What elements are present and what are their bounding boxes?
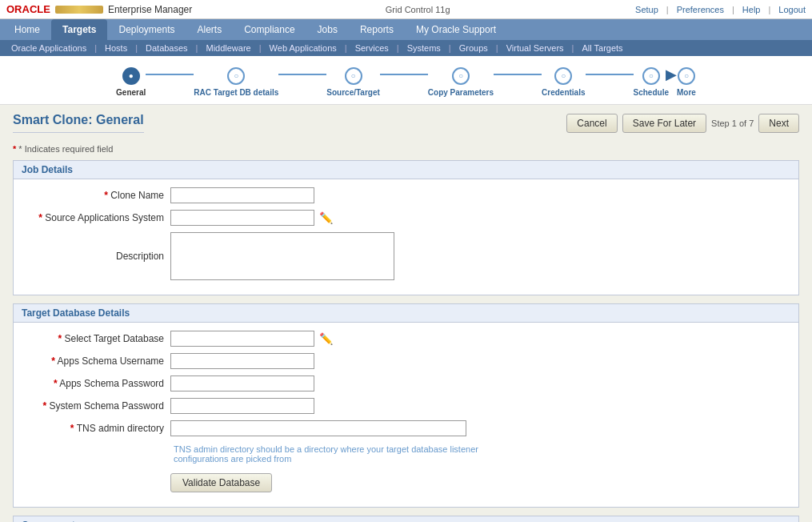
- job-details-title: Job Details: [14, 161, 798, 179]
- subnav-systems[interactable]: Systems: [399, 40, 449, 56]
- wizard-step-source: ○ Source/Target: [326, 67, 380, 97]
- main-nav: Home Targets Deployments Alerts Complian…: [0, 19, 812, 40]
- wizard-step-general: ● General: [116, 67, 146, 97]
- top-links: Setup | Preferences | Help | Logout: [635, 5, 806, 14]
- enterprise-manager-text: Enterprise Manager: [108, 4, 192, 15]
- nav-reports[interactable]: Reports: [349, 19, 405, 40]
- components-section: Components The following components of t…: [13, 516, 799, 522]
- subnav-all-targets[interactable]: All Targets: [574, 40, 630, 56]
- wizard-connector-3: [380, 74, 428, 75]
- subnav-services[interactable]: Services: [347, 40, 397, 56]
- wizard-label-source: Source/Target: [326, 88, 380, 97]
- tns-admin-input[interactable]: [170, 420, 466, 436]
- select-target-pencil-icon[interactable]: ✏️: [319, 332, 333, 345]
- wizard-label-copy: Copy Parameters: [428, 88, 494, 97]
- wizard-label-general: General: [116, 88, 146, 97]
- nav-my-oracle-support[interactable]: My Oracle Support: [405, 19, 507, 40]
- subnav-databases[interactable]: Databases: [138, 40, 196, 56]
- job-details-body: * Clone Name * Source Applications Syste…: [14, 179, 798, 295]
- help-link[interactable]: Help: [742, 5, 761, 14]
- oracle-bar: [55, 6, 103, 14]
- setup-link[interactable]: Setup: [635, 5, 658, 14]
- select-target-row: * Select Target Database ✏️: [26, 331, 786, 347]
- wizard-label-rac: RAC Target DB details: [194, 88, 278, 97]
- wizard-circle-general: ●: [122, 67, 140, 85]
- nav-home[interactable]: Home: [3, 19, 51, 40]
- system-schema-password-label: * System Schema Password: [26, 400, 170, 412]
- wizard-label-schedule: Schedule: [634, 88, 669, 97]
- apps-schema-password-label: * Apps Schema Password: [26, 378, 170, 389]
- wizard-step-copy: ○ Copy Parameters: [428, 67, 494, 97]
- subnav-hosts[interactable]: Hosts: [97, 40, 135, 56]
- top-header: ORACLE Enterprise Manager Grid Control 1…: [0, 0, 812, 19]
- job-details-section: Job Details * Clone Name * Source Applic…: [13, 160, 799, 295]
- system-schema-password-input[interactable]: [170, 398, 314, 414]
- tns-admin-label: * TNS admin directory: [26, 423, 170, 434]
- wizard-bar: ● General ○ RAC Target DB details ○ Sour…: [0, 56, 812, 105]
- tns-admin-row: * TNS admin directory: [26, 420, 786, 436]
- wizard-step-more: ○ More: [677, 67, 696, 97]
- cancel-button-top[interactable]: Cancel: [566, 114, 617, 133]
- required-star: *: [13, 144, 16, 154]
- oracle-logo: ORACLE Enterprise Manager: [6, 3, 197, 15]
- select-target-input[interactable]: [170, 331, 314, 347]
- clone-name-label: * Clone Name: [26, 190, 170, 201]
- save-for-later-button-top[interactable]: Save For Later: [622, 114, 706, 133]
- target-db-section: Target Database Details * Select Target …: [13, 303, 799, 508]
- validate-db-row: Validate Database: [26, 470, 786, 492]
- source-apps-label: * Source Applications System: [26, 212, 170, 223]
- target-db-body: * Select Target Database ✏️ * Apps Schem…: [14, 323, 798, 507]
- sub-nav: Oracle Applications | Hosts | Databases …: [0, 40, 812, 56]
- nav-jobs[interactable]: Jobs: [306, 19, 349, 40]
- step-label-top: Step 1 of 7: [711, 118, 754, 128]
- system-schema-password-row: * System Schema Password: [26, 398, 786, 414]
- content-area: Smart Clone: General Cancel Save For Lat…: [0, 105, 812, 522]
- nav-deployments[interactable]: Deployments: [107, 19, 186, 40]
- wizard-step-rac: ○ RAC Target DB details: [194, 67, 278, 97]
- components-title: Components: [14, 516, 798, 522]
- apps-schema-password-input[interactable]: [170, 375, 314, 392]
- source-apps-pencil-icon[interactable]: ✏️: [319, 211, 333, 224]
- preferences-link[interactable]: Preferences: [677, 5, 724, 14]
- required-note: * * Indicates required field: [13, 144, 799, 154]
- select-target-label: * Select Target Database: [26, 333, 170, 344]
- subnav-oracle-applications[interactable]: Oracle Applications: [3, 40, 94, 56]
- oracle-text: ORACLE: [6, 3, 50, 15]
- description-row: Description: [26, 232, 786, 280]
- subnav-web-applications[interactable]: Web Applications: [262, 40, 345, 56]
- header-row: Smart Clone: General Cancel Save For Lat…: [13, 113, 799, 139]
- nav-alerts[interactable]: Alerts: [186, 19, 234, 40]
- clone-name-row: * Clone Name: [26, 187, 786, 203]
- clone-name-input[interactable]: [170, 187, 314, 203]
- wizard-circle-more: ○: [678, 67, 695, 85]
- subnav-middleware[interactable]: Middleware: [198, 40, 258, 56]
- wizard-step-schedule: ○ Schedule: [634, 67, 669, 97]
- source-apps-row: * Source Applications System ✏️: [26, 210, 786, 226]
- top-button-bar: Cancel Save For Later Step 1 of 7 Next: [566, 114, 799, 133]
- validate-database-button[interactable]: Validate Database: [170, 473, 272, 492]
- nav-targets[interactable]: Targets: [51, 19, 107, 40]
- description-input[interactable]: [170, 232, 394, 280]
- tns-hint-text: TNS admin directory should be a director…: [174, 444, 534, 464]
- apps-schema-username-row: * Apps Schema Username: [26, 353, 786, 369]
- tns-hint-row: TNS admin directory should be a director…: [26, 443, 786, 464]
- wizard-connector-2: [278, 74, 326, 75]
- wizard-circle-rac: ○: [227, 67, 245, 85]
- nav-compliance[interactable]: Compliance: [233, 19, 306, 40]
- apps-schema-username-input[interactable]: [170, 353, 314, 369]
- description-label: Description: [26, 251, 170, 262]
- wizard-connector-4: [494, 74, 542, 75]
- target-db-title: Target Database Details: [14, 304, 798, 323]
- wizard-circle-credentials: ○: [554, 67, 572, 85]
- wizard-label-more: More: [677, 88, 696, 97]
- wizard-connector-5: [586, 74, 634, 75]
- wizard-step-credentials: ○ Credentials: [542, 67, 585, 97]
- wizard-connector-1: [146, 74, 194, 75]
- source-apps-input[interactable]: [170, 210, 314, 226]
- wizard-circle-schedule: ○: [642, 67, 660, 85]
- logout-link[interactable]: Logout: [778, 5, 806, 14]
- next-button-top[interactable]: Next: [758, 114, 799, 133]
- page-title: Smart Clone: General: [13, 113, 144, 133]
- subnav-groups[interactable]: Groups: [451, 40, 496, 56]
- subnav-virtual-servers[interactable]: Virtual Servers: [498, 40, 572, 56]
